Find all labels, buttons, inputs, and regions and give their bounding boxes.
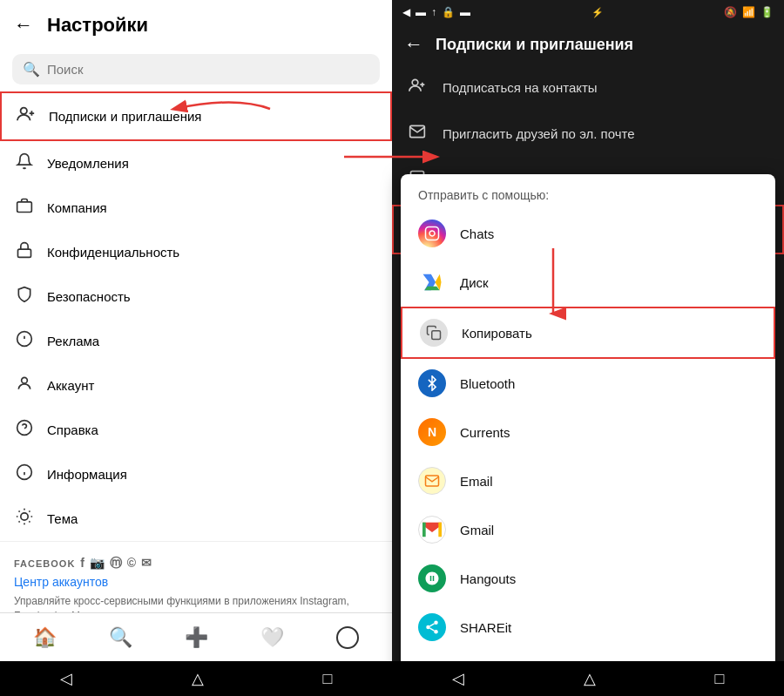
search-nav-icon[interactable]: 🔍: [109, 626, 132, 649]
search-bar: 🔍: [12, 54, 380, 84]
privacy-icon: [14, 241, 35, 263]
menu-item-info[interactable]: Информация: [0, 452, 392, 497]
svg-point-26: [434, 630, 438, 634]
invite-email-icon: [406, 123, 429, 145]
copy-icon: [420, 319, 448, 347]
facebook-title: FACEBOOK f 📷 ⓜ © ✉: [14, 556, 378, 571]
svg-point-0: [21, 108, 27, 114]
svg-point-12: [21, 513, 28, 520]
volume-icon: 🔕: [724, 6, 737, 18]
help-icon: [14, 419, 35, 441]
account-icon: [14, 375, 35, 396]
info-label: Информация: [47, 467, 127, 482]
hangouts-label: Hangouts: [460, 571, 516, 586]
share-dropdown: Отправить с помощью: Chats Диск: [401, 174, 775, 696]
gmail-label: Gmail: [460, 523, 494, 537]
right-back-android[interactable]: ◁: [452, 669, 464, 688]
account-label: Аккаунт: [47, 378, 94, 393]
menu-item-ads[interactable]: Реклама: [0, 319, 392, 363]
data-icon: ↑: [431, 6, 436, 18]
email-label: Email: [460, 474, 493, 489]
info-icon: [14, 463, 35, 485]
hangouts-icon: [418, 564, 446, 592]
left-title: Настройки: [47, 14, 148, 37]
share-item-gmail[interactable]: Gmail: [401, 505, 775, 554]
svg-rect-23: [438, 523, 442, 537]
svg-rect-21: [432, 331, 441, 340]
svg-line-27: [429, 628, 434, 631]
share-item-chats[interactable]: Chats: [401, 209, 775, 258]
theme-label: Тема: [47, 511, 78, 526]
ads-icon: [14, 330, 35, 352]
facebook-section: FACEBOOK f 📷 ⓜ © ✉ Центр аккаунтов Управ…: [0, 541, 392, 612]
share-item-copy[interactable]: Копировать: [401, 307, 775, 359]
left-back-android[interactable]: ◁: [60, 669, 72, 688]
right-menu-invite-email[interactable]: Пригласить друзей по эл. почте: [392, 111, 784, 157]
status-bar: ◀ ▬ ↑ 🔒 ▬ ⚡ 🔕 📶 🔋: [392, 0, 784, 24]
svg-line-28: [429, 624, 434, 626]
company-icon: [14, 197, 35, 219]
facebook-description: Управляйте кросс-сервисными функциями в …: [14, 594, 378, 612]
share-item-bluetooth[interactable]: Bluetooth: [401, 359, 775, 408]
lock-icon: 🔒: [442, 6, 455, 18]
chats-icon: [418, 220, 446, 247]
profile-nav-icon[interactable]: [336, 626, 359, 649]
subscriptions-icon: [16, 105, 37, 128]
drive-label: Диск: [460, 275, 489, 290]
subscribe-contacts-label: Подписаться на контакты: [443, 80, 598, 95]
right-home-android[interactable]: △: [584, 669, 596, 688]
share-item-drive[interactable]: Диск: [401, 258, 775, 307]
right-recent-android[interactable]: □: [715, 670, 725, 688]
left-home-android[interactable]: △: [192, 669, 204, 688]
menu-item-security[interactable]: Безопасность: [0, 274, 392, 319]
menu-item-notifications[interactable]: Уведомления: [0, 141, 392, 186]
svg-rect-1: [17, 202, 32, 213]
drive-icon: [418, 268, 446, 296]
bluetooth-icon: [418, 369, 446, 397]
menu-item-help[interactable]: Справка: [0, 408, 392, 452]
signal-icon: ◀: [402, 6, 410, 18]
theme-icon: [14, 508, 35, 530]
svg-rect-22: [422, 523, 426, 537]
menu-item-theme[interactable]: Тема: [0, 497, 392, 541]
left-back-button[interactable]: ←: [14, 14, 33, 37]
currents-icon: N: [418, 418, 446, 446]
right-menu-subscribe-contacts[interactable]: Подписаться на контакты: [392, 64, 784, 111]
left-recent-android[interactable]: □: [323, 670, 333, 688]
charging-indicator: ⚡: [591, 7, 604, 18]
company-label: Компания: [47, 200, 107, 215]
notifications-label: Уведомления: [47, 156, 129, 171]
invite-email-label: Пригласить друзей по эл. почте: [443, 126, 635, 141]
subscribe-contacts-icon: [406, 77, 429, 98]
notifications-icon: [14, 152, 35, 174]
search-input[interactable]: [47, 62, 369, 77]
heart-nav-icon[interactable]: 🤍: [260, 626, 284, 649]
share-item-email[interactable]: Email: [401, 456, 775, 505]
right-header: ← Подписки и приглашения: [392, 24, 784, 64]
add-nav-icon[interactable]: ➕: [185, 626, 208, 649]
menu-item-subscriptions[interactable]: Подписки и приглашения: [0, 91, 392, 141]
left-menu-list: Подписки и приглашения Уведомления Компа…: [0, 91, 392, 612]
shareit-label: SHAREit: [460, 620, 511, 635]
menu-item-account[interactable]: Аккаунт: [0, 363, 392, 408]
shareit-icon: [418, 613, 446, 641]
left-android-nav: ◁ △ □: [0, 661, 392, 696]
security-icon: [14, 286, 35, 307]
left-nav-bar: 🏠 🔍 ➕ 🤍: [0, 612, 392, 661]
search-icon: 🔍: [23, 61, 40, 78]
svg-rect-19: [426, 227, 439, 240]
share-item-shareit[interactable]: SHAREit: [401, 603, 775, 652]
right-back-button[interactable]: ←: [404, 33, 423, 56]
share-item-currents[interactable]: N Currents: [401, 408, 775, 456]
status-right: 🔕 📶 🔋: [724, 6, 774, 18]
menu-item-company[interactable]: Компания: [0, 186, 392, 230]
currents-label: Currents: [460, 425, 510, 440]
subscriptions-label: Подписки и приглашения: [49, 109, 201, 124]
share-dialog-title: Отправить с помощью:: [401, 174, 775, 209]
account-center-link[interactable]: Центр аккаунтов: [14, 575, 378, 589]
menu-item-privacy[interactable]: Конфиденциальность: [0, 230, 392, 274]
home-nav-icon[interactable]: 🏠: [33, 626, 57, 649]
share-item-hangouts[interactable]: Hangouts: [401, 554, 775, 603]
svg-point-25: [426, 625, 430, 630]
status-left: ◀ ▬ ↑ 🔒 ▬: [402, 6, 470, 18]
